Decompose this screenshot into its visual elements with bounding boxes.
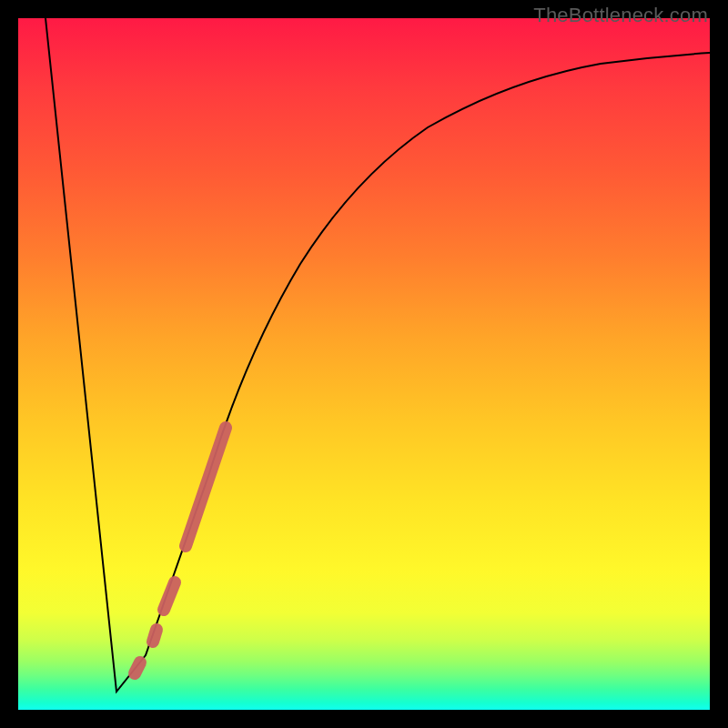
highlight-segment-dot-1: [153, 630, 157, 642]
curve-layer: [18, 18, 710, 710]
watermark: TheBottleneck.com: [533, 4, 708, 27]
chart-frame: TheBottleneck.com: [0, 0, 728, 728]
bottleneck-curve: [46, 18, 710, 692]
plot-area: [18, 18, 710, 710]
highlight-segment-mid: [164, 582, 175, 610]
highlight-segment-top: [186, 428, 226, 546]
highlight-segment-dot-2: [135, 662, 140, 673]
